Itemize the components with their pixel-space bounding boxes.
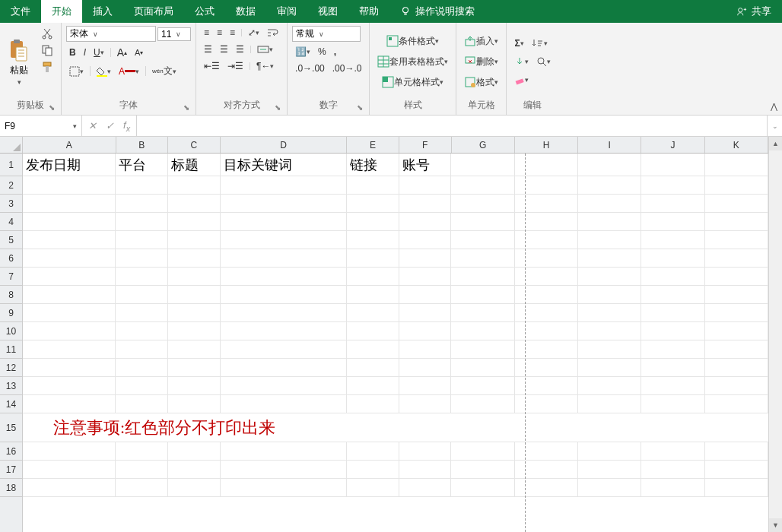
insert-function-button[interactable]: fx — [123, 119, 130, 133]
cell[interactable] — [705, 377, 768, 395]
cell[interactable]: 平台 — [116, 154, 168, 176]
cell[interactable] — [399, 359, 452, 377]
cell[interactable] — [399, 213, 452, 231]
borders-button[interactable]: ▾ — [66, 65, 87, 78]
font-dialog-launcher[interactable]: ⬊ — [183, 103, 189, 112]
cell[interactable] — [23, 231, 116, 249]
tab-help[interactable]: 帮助 — [348, 0, 389, 23]
cell[interactable] — [399, 442, 452, 461]
font-name-dropdown[interactable]: 宋体∨ — [66, 26, 156, 42]
column-header-C[interactable]: C — [168, 137, 221, 153]
cell[interactable] — [23, 268, 116, 286]
cell[interactable] — [168, 195, 221, 213]
percent-button[interactable]: % — [315, 45, 329, 59]
cell[interactable] — [515, 268, 578, 286]
row-header-11[interactable]: 11 — [0, 340, 22, 359]
cell[interactable] — [641, 231, 704, 249]
cell[interactable] — [399, 249, 452, 268]
select-all-corner[interactable] — [0, 137, 23, 154]
cell[interactable] — [578, 154, 641, 176]
cell[interactable] — [23, 286, 116, 304]
column-header-F[interactable]: F — [399, 137, 452, 153]
cell[interactable] — [515, 461, 578, 479]
cell[interactable] — [116, 213, 168, 231]
cell[interactable] — [399, 304, 452, 322]
cell[interactable] — [515, 377, 578, 395]
copy-button[interactable] — [38, 43, 56, 58]
cell[interactable] — [578, 479, 641, 497]
cell[interactable] — [578, 461, 641, 479]
cell[interactable] — [705, 231, 768, 249]
cell[interactable] — [451, 377, 514, 395]
cell[interactable] — [451, 322, 514, 340]
cell[interactable] — [451, 479, 514, 497]
row-header-17[interactable]: 17 — [0, 461, 22, 479]
cell[interactable] — [705, 479, 768, 497]
cell[interactable] — [23, 322, 116, 340]
cell[interactable] — [705, 268, 768, 286]
cell[interactable] — [168, 268, 221, 286]
cell[interactable] — [451, 359, 514, 377]
bold-button[interactable]: B — [66, 46, 79, 59]
cell[interactable] — [515, 154, 578, 176]
cell[interactable] — [451, 286, 514, 304]
enter-formula-button[interactable]: ✓ — [106, 120, 114, 131]
cell[interactable] — [705, 395, 768, 413]
row-header-10[interactable]: 10 — [0, 322, 22, 340]
tab-data[interactable]: 数据 — [225, 0, 266, 23]
cell[interactable] — [399, 340, 452, 359]
cell[interactable] — [451, 442, 514, 461]
cell[interactable] — [347, 268, 399, 286]
cell[interactable] — [515, 286, 578, 304]
cell[interactable] — [399, 377, 452, 395]
cell[interactable] — [168, 213, 221, 231]
cell[interactable] — [641, 268, 704, 286]
cell[interactable] — [116, 249, 168, 268]
decrease-font-button[interactable]: A▾ — [132, 46, 146, 59]
align-bottom-button[interactable]: ≡ — [227, 26, 238, 40]
row-header-18[interactable]: 18 — [0, 479, 22, 497]
cell[interactable] — [399, 176, 452, 195]
cell[interactable] — [578, 395, 641, 413]
cell[interactable] — [515, 249, 578, 268]
cell[interactable] — [641, 442, 704, 461]
fill-color-button[interactable]: ▾ — [94, 65, 114, 78]
cell[interactable] — [347, 359, 399, 377]
cell[interactable] — [168, 377, 221, 395]
cell[interactable] — [168, 231, 221, 249]
tab-home[interactable]: 开始 — [41, 0, 82, 23]
align-top-button[interactable]: ≡ — [201, 26, 212, 40]
cell[interactable] — [23, 304, 116, 322]
cell[interactable] — [578, 249, 641, 268]
row-header-3[interactable]: 3 — [0, 195, 22, 213]
cell[interactable] — [578, 322, 641, 340]
cell[interactable] — [116, 442, 168, 461]
cell[interactable] — [168, 322, 221, 340]
row-header-2[interactable]: 2 — [0, 176, 22, 195]
autosum-button[interactable]: Σ ▾ — [511, 36, 526, 50]
alignment-dialog-launcher[interactable]: ⬊ — [275, 103, 281, 112]
column-header-E[interactable]: E — [347, 137, 399, 153]
cell[interactable] — [23, 377, 116, 395]
cell[interactable] — [578, 213, 641, 231]
decrease-indent-button[interactable]: ⇤☰ — [201, 59, 223, 73]
clipboard-dialog-launcher[interactable]: ⬊ — [49, 103, 55, 112]
cell[interactable] — [515, 195, 578, 213]
tab-review[interactable]: 审阅 — [266, 0, 307, 23]
scroll-up-button[interactable]: ▲ — [769, 137, 782, 150]
cell[interactable] — [221, 213, 347, 231]
row-header-15[interactable]: 15 — [0, 413, 22, 442]
row-header-1[interactable]: 1 — [0, 154, 22, 176]
insert-cells-button[interactable]: 插入 ▾ — [461, 33, 501, 49]
row-header-7[interactable]: 7 — [0, 268, 22, 286]
cell[interactable] — [641, 304, 704, 322]
underline-button[interactable]: U ▾ — [91, 46, 107, 59]
cell[interactable] — [23, 395, 116, 413]
cell[interactable] — [168, 442, 221, 461]
cell[interactable] — [347, 479, 399, 497]
cell[interactable] — [578, 195, 641, 213]
cell[interactable] — [347, 195, 399, 213]
tab-insert[interactable]: 插入 — [82, 0, 123, 23]
tell-me-search[interactable]: 操作说明搜索 — [389, 0, 485, 23]
cell[interactable] — [23, 442, 116, 461]
